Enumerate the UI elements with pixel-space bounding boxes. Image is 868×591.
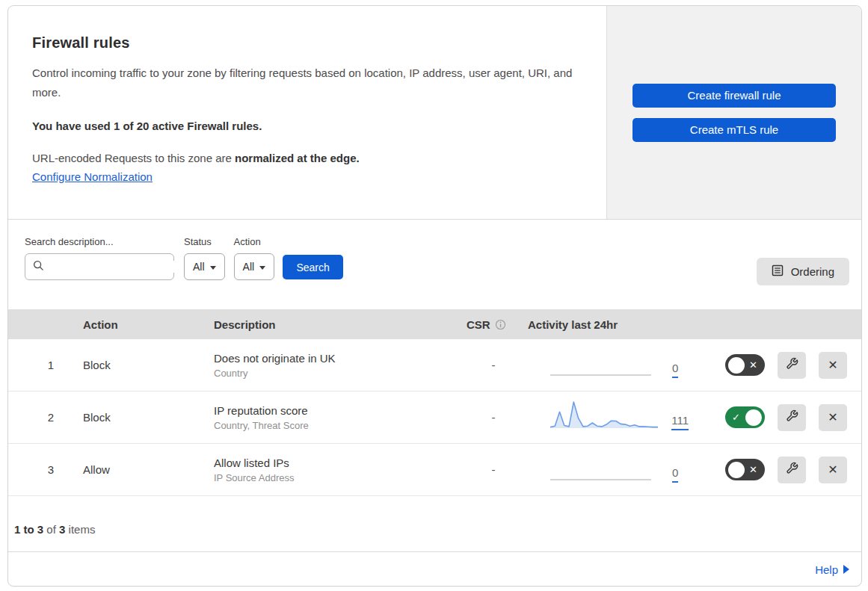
create-firewall-rule-button[interactable]: Create firewall rule (632, 84, 836, 108)
filter-bar: Search description... Status All Action (8, 220, 861, 309)
search-button[interactable]: Search (283, 255, 343, 279)
action-filter-label: Action (234, 236, 275, 247)
edit-rule-button[interactable] (778, 404, 806, 431)
status-dropdown[interactable]: All (184, 253, 225, 280)
normalization-note: URL-encoded Requests to this zone are no… (32, 152, 576, 164)
activity-sparkline (550, 347, 659, 378)
close-icon: ✕ (828, 410, 837, 424)
total-text: 3 (59, 523, 65, 536)
csr-column-header: CSR (459, 318, 528, 331)
of-text: of (46, 523, 56, 536)
range-text: 1 to 3 (14, 523, 43, 536)
activity-sparkline (550, 399, 658, 430)
rule-csr: - (459, 411, 528, 424)
rule-action: Allow (83, 463, 214, 476)
rule-enabled-toggle[interactable]: ✓ (725, 406, 765, 428)
create-mtls-rule-button[interactable]: Create mTLS rule (632, 118, 836, 142)
toggle-state-icon: ✕ (749, 354, 757, 376)
rule-priority: 2 (8, 411, 83, 424)
rule-priority: 1 (8, 359, 83, 371)
intro-block: Firewall rules Control incoming traffic … (8, 6, 606, 219)
items-text: items (69, 523, 96, 536)
wrench-icon (786, 462, 798, 477)
delete-rule-button[interactable]: ✕ (819, 457, 847, 483)
toggle-knob (728, 462, 745, 478)
page-title: Firewall rules (32, 34, 576, 52)
rule-fields: Country, Threat Score (214, 420, 459, 431)
table-header: Action Description CSR Activity last 24h… (8, 309, 861, 339)
actions-panel: Create firewall rule Create mTLS rule (606, 6, 861, 219)
rule-action: Block (83, 411, 214, 424)
close-icon: ✕ (828, 462, 837, 477)
rule-priority: 3 (8, 463, 83, 476)
pagination-summary: 1 to 3 of 3 items (8, 496, 861, 552)
normalization-bold: normalized at the edge. (235, 152, 360, 164)
configure-normalization-link[interactable]: Configure Normalization (32, 170, 153, 183)
status-label: Status (184, 236, 225, 247)
rule-action: Block (83, 359, 214, 371)
rule-fields: IP Source Address (214, 472, 459, 483)
rule-description[interactable]: Allow listed IPs (214, 457, 459, 469)
rule-enabled-toggle[interactable]: ✕ (725, 354, 765, 376)
toggle-state-icon: ✓ (732, 406, 740, 428)
table-row: 2 Block IP reputation score Country, Thr… (8, 392, 861, 444)
edit-rule-button[interactable] (778, 352, 806, 379)
action-column-header: Action (83, 318, 214, 331)
ordering-button[interactable]: Ordering (757, 258, 849, 285)
chevron-down-icon (259, 266, 265, 270)
activity-count-link[interactable]: 111 (671, 414, 689, 430)
search-icon (33, 260, 44, 274)
help-label: Help (815, 563, 838, 576)
rule-enabled-toggle[interactable]: ✕ (725, 459, 765, 480)
toggle-knob (728, 357, 745, 374)
arrow-right-icon (843, 565, 849, 574)
firewall-rules-panel: Firewall rules Control incoming traffic … (7, 5, 862, 587)
search-box[interactable] (25, 253, 174, 280)
search-label: Search description... (25, 236, 174, 247)
wrench-icon (786, 409, 798, 425)
edit-rule-button[interactable] (778, 457, 806, 483)
info-icon[interactable] (495, 319, 506, 330)
chevron-down-icon (210, 266, 216, 270)
description-column-header: Description (214, 318, 459, 331)
action-filter-value: All (243, 261, 255, 273)
toggle-state-icon: ✕ (749, 459, 757, 480)
rule-description[interactable]: Does not originate in UK (214, 352, 459, 365)
rule-description[interactable]: IP reputation score (214, 404, 459, 417)
ordering-label: Ordering (791, 265, 834, 278)
activity-column-header: Activity last 24hr (528, 318, 689, 331)
delete-rule-button[interactable]: ✕ (819, 352, 847, 379)
normalization-text: URL-encoded Requests to this zone are (32, 152, 235, 164)
usage-summary: You have used 1 of 20 active Firewall ru… (32, 120, 576, 132)
rule-csr: - (459, 463, 528, 476)
activity-sparkline (550, 451, 659, 483)
rule-csr: - (459, 359, 528, 371)
close-icon: ✕ (828, 358, 837, 372)
table-row: 3 Allow Allow listed IPs IP Source Addre… (8, 444, 861, 496)
rule-fields: Country (214, 368, 459, 379)
help-link[interactable]: Help (815, 563, 849, 576)
top-section: Firewall rules Control incoming traffic … (8, 6, 861, 220)
page-description: Control incoming traffic to your zone by… (32, 64, 576, 103)
toggle-knob (745, 409, 762, 426)
list-document-icon (772, 264, 784, 279)
table-row: 1 Block Does not originate in UK Country… (8, 339, 861, 392)
activity-count-link[interactable]: 0 (672, 362, 678, 378)
wrench-icon (786, 357, 798, 373)
action-dropdown[interactable]: All (234, 253, 275, 280)
status-value: All (193, 261, 205, 273)
activity-count-link[interactable]: 0 (672, 466, 678, 483)
help-bar: Help (8, 552, 861, 587)
delete-rule-button[interactable]: ✕ (819, 404, 847, 431)
search-input[interactable] (50, 261, 185, 273)
